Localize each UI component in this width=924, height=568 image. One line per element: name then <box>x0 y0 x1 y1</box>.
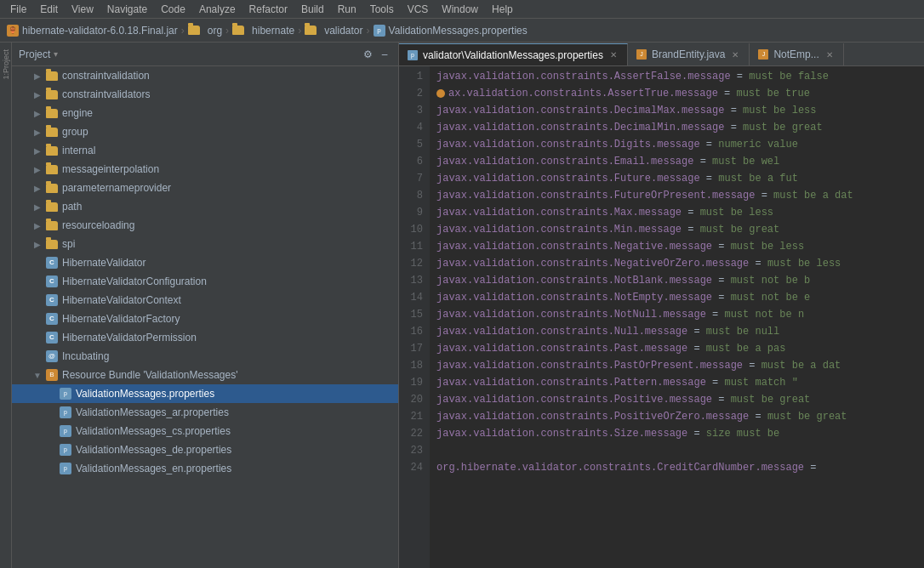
breadcrumb-org[interactable]: org <box>188 25 222 37</box>
op-19: = <box>706 374 725 391</box>
menu-item-view[interactable]: View <box>65 2 100 17</box>
ln-2: 2 <box>399 85 423 102</box>
menu-item-build[interactable]: Build <box>294 2 331 17</box>
tree-item-ValidationMessages-cs[interactable]: p ValidationMessages_cs.properties <box>12 422 398 440</box>
tree-item-path[interactable]: path <box>12 197 398 216</box>
tree-item-HibernateValidatorPermission[interactable]: C HibernateValidatorPermission <box>12 328 398 347</box>
tree-item-spi[interactable]: spi <box>12 235 398 253</box>
tree-item-ResourceBundle[interactable]: B Resource Bundle 'ValidationMessages' <box>12 366 398 384</box>
key-9: javax.validation.constraints.Max.message <box>436 204 682 221</box>
op-14: = <box>712 289 731 306</box>
tree-item-internal[interactable]: internal <box>12 141 398 160</box>
ln-22: 22 <box>399 425 423 442</box>
menu-item-analyze[interactable]: Analyze <box>192 2 242 17</box>
code-line-3: javax.validation.constraints.DecimalMax.… <box>436 102 924 119</box>
tree-item-HibernateValidator[interactable]: C HibernateValidator <box>12 253 398 272</box>
tree-item-parameternameprovider[interactable]: parameternameprovider <box>12 179 398 197</box>
menu-item-window[interactable]: Window <box>435 2 485 17</box>
tree-item-HibernateValidatorFactory[interactable]: C HibernateValidatorFactory <box>12 310 398 328</box>
val-17: must be a pas <box>706 340 786 357</box>
label-HibernateValidatorConfiguration: HibernateValidatorConfiguration <box>62 275 207 287</box>
breadcrumb-sep-2: › <box>225 25 229 37</box>
arrow-engine <box>32 108 43 118</box>
label-internal: internal <box>62 145 95 156</box>
key-20: javax.validation.constraints.Positive.me… <box>436 391 712 408</box>
class-icon-hvc: C <box>46 275 58 287</box>
val-21: must be great <box>767 408 847 425</box>
tab-icon-java: J <box>636 49 647 60</box>
menu-item-navigate[interactable]: Navigate <box>100 2 154 17</box>
class-icon-hvf: C <box>46 313 58 325</box>
folder-icon-org <box>188 26 200 35</box>
ln-17: 17 <box>399 340 423 357</box>
tree-item-resourceloading[interactable]: resourceloading <box>12 216 398 235</box>
tab-close-brand[interactable]: ✕ <box>730 50 740 60</box>
breadcrumb-jar[interactable]: 🏺 hibernate-validator-6.0.18.Final.jar <box>7 25 178 37</box>
tree-item-constraintvalidation[interactable]: constraintvalidation <box>12 66 398 85</box>
menu-item-help[interactable]: Help <box>485 2 520 17</box>
tree-item-ValidationMessages-de[interactable]: p ValidationMessages_de.properties <box>12 440 398 459</box>
tab-validation-messages[interactable]: p validator\ValidationMessages.propertie… <box>399 43 628 65</box>
val-13: must not be b <box>731 272 811 289</box>
label-ValidationMessages-de: ValidationMessages_de.properties <box>76 444 231 456</box>
menu-item-tools[interactable]: Tools <box>363 2 401 17</box>
ln-14: 14 <box>399 289 423 306</box>
arrow-spi <box>32 239 43 249</box>
folder-icon-validator <box>305 26 317 35</box>
val-20: must be great <box>731 391 811 408</box>
code-area[interactable]: javax.validation.constraints.AssertFalse… <box>430 66 924 568</box>
tree-item-ValidationMessages-ar[interactable]: p ValidationMessages_ar.properties <box>12 403 398 422</box>
sidebar-actions: ⚙ – <box>361 48 391 61</box>
settings-button[interactable]: ⚙ <box>361 48 374 61</box>
code-line-18: javax.validation.constraints.PastOrPrese… <box>436 357 924 374</box>
menu-item-vcs[interactable]: VCS <box>401 2 436 17</box>
key-13: javax.validation.constraints.NotBlank.me… <box>436 272 712 289</box>
op-24: = <box>804 459 823 476</box>
val-9: must be less <box>700 204 773 221</box>
val-19: must match " <box>724 374 797 391</box>
tree-item-Incubating[interactable]: @ Incubating <box>12 347 398 366</box>
menu-item-refactor[interactable]: Refactor <box>242 2 294 17</box>
dropdown-arrow[interactable]: ▾ <box>54 49 58 59</box>
menu-item-file[interactable]: File <box>3 2 33 17</box>
breadcrumb-hibernate[interactable]: hibernate <box>232 25 294 37</box>
tree-item-group[interactable]: group <box>12 122 398 141</box>
tab-close-notemp[interactable]: ✕ <box>824 50 835 60</box>
menubar: FileEditViewNavigateCodeAnalyzeRefactorB… <box>0 0 924 19</box>
project-label: Project <box>19 48 50 60</box>
tab-brand-entity[interactable]: J BrandEntity.java ✕ <box>628 43 750 65</box>
ln-7: 7 <box>399 170 423 187</box>
tree-item-engine[interactable]: engine <box>12 104 398 122</box>
breadcrumb-bar: 🏺 hibernate-validator-6.0.18.Final.jar ›… <box>0 19 924 43</box>
folder-path <box>46 202 58 212</box>
val-1: must be false <box>749 68 829 85</box>
sidebar-tree[interactable]: constraintvalidation constraintvalidator… <box>12 66 398 568</box>
tab-label-brand: BrandEntity.java <box>652 48 726 60</box>
breadcrumb-file[interactable]: p ValidationMessages.properties <box>374 25 528 37</box>
tree-item-HibernateValidatorConfiguration[interactable]: C HibernateValidatorConfiguration <box>12 272 398 291</box>
folder-parameternameprovider <box>46 184 58 193</box>
label-messageinterpolation: messageinterpolation <box>62 163 159 175</box>
close-sidebar-button[interactable]: – <box>378 48 391 61</box>
label-Incubating: Incubating <box>62 350 109 362</box>
menu-item-run[interactable]: Run <box>331 2 363 17</box>
menu-item-code[interactable]: Code <box>154 2 192 17</box>
menu-item-edit[interactable]: Edit <box>33 2 65 17</box>
tree-item-HibernateValidatorContext[interactable]: C HibernateValidatorContext <box>12 291 398 310</box>
key-4: javax.validation.constraints.DecimalMin.… <box>436 119 724 136</box>
tab-notemp[interactable]: J NotEmp... ✕ <box>750 43 843 65</box>
tab-close-vm[interactable]: ✕ <box>608 50 619 60</box>
code-line-1: javax.validation.constraints.AssertFalse… <box>436 68 924 85</box>
breadcrumb-org-label: org <box>208 25 222 37</box>
op-2: = <box>718 85 737 102</box>
tree-item-messageinterpolation[interactable]: messageinterpolation <box>12 160 398 179</box>
tree-item-ValidationMessages[interactable]: p ValidationMessages.properties <box>12 384 398 403</box>
breadcrumb-sep-4: › <box>367 25 370 37</box>
breadcrumb-validator[interactable]: validator <box>305 25 362 37</box>
key-5: javax.validation.constraints.Digits.mess… <box>436 136 700 153</box>
tree-item-constraintvalidators[interactable]: constraintvalidators <box>12 85 398 104</box>
code-line-2: ax.validation.constraints.AssertTrue.mes… <box>436 85 924 102</box>
editor-content[interactable]: 1 2 3 4 5 6 7 8 9 10 11 12 13 14 15 16 1… <box>399 66 924 568</box>
val-2: must be true <box>736 85 809 102</box>
tree-item-ValidationMessages-en[interactable]: p ValidationMessages_en.properties <box>12 459 398 478</box>
